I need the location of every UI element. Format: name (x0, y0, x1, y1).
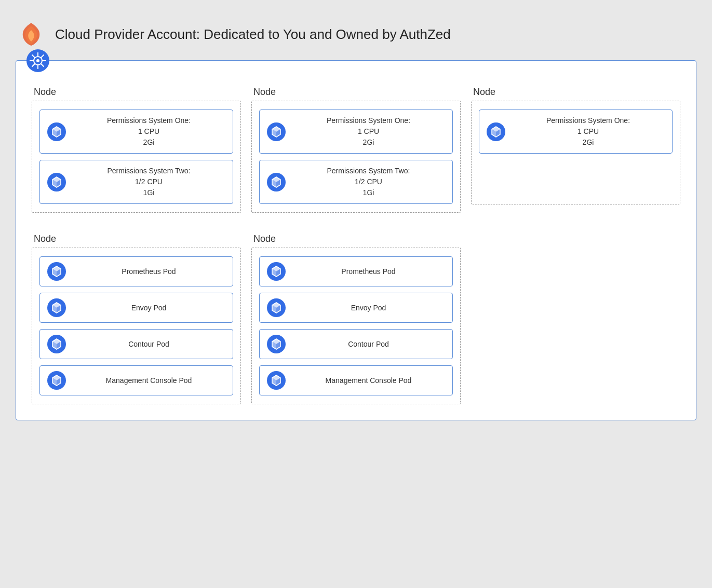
permissions-system-one-pod-2-text: Permissions System One:1 CPU2Gi (292, 115, 445, 148)
svg-point-3 (36, 59, 39, 62)
node-2: Node Permissions System One:1 CPU2Gi (251, 81, 461, 213)
page-title: Cloud Provider Account: Dedicated to You… (55, 26, 451, 43)
node-3: Node Permissions System One:1 CPU2Gi (471, 81, 680, 213)
pod-cube-icon-2 (47, 173, 66, 192)
main-cluster-container: Node Permissions System One:1 CPU2Gi (16, 60, 696, 420)
permissions-system-one-pod-1: Permissions System One:1 CPU2Gi (39, 110, 233, 154)
permissions-system-one-pod-1-text: Permissions System One:1 CPU2Gi (72, 115, 225, 148)
envoy-pod-1: Envoy Pod (39, 293, 233, 323)
node-3-empty (479, 160, 673, 196)
node-6-empty (471, 228, 680, 404)
node-5-box: Prometheus Pod Envoy Pod (251, 248, 461, 404)
prometheus-pod-2: Prometheus Pod (259, 256, 453, 286)
node-3-box: Permissions System One:1 CPU2Gi (471, 101, 680, 204)
node-2-box: Permissions System One:1 CPU2Gi Permissi… (251, 101, 461, 213)
pod-cube-icon-6 (47, 262, 66, 281)
pod-cube-icon-3 (267, 122, 286, 141)
permissions-system-one-pod-3: Permissions System One:1 CPU2Gi (479, 110, 673, 154)
prometheus-pod-1-text: Prometheus Pod (72, 266, 225, 277)
envoy-pod-1-text: Envoy Pod (72, 303, 225, 313)
prometheus-pod-1: Prometheus Pod (39, 256, 233, 286)
bottom-nodes-grid: Node Prometheus Pod (32, 228, 680, 404)
pod-cube-icon-9 (47, 371, 66, 390)
pod-cube-icon-12 (267, 335, 286, 353)
contour-pod-1-text: Contour Pod (72, 339, 225, 350)
node-1: Node Permissions System One:1 CPU2Gi (32, 81, 241, 213)
envoy-pod-2-text: Envoy Pod (292, 303, 445, 313)
pod-cube-icon-5 (487, 122, 505, 141)
pod-cube-icon-11 (267, 298, 286, 317)
top-nodes-grid: Node Permissions System One:1 CPU2Gi (32, 81, 680, 213)
pod-cube-icon-4 (267, 173, 286, 192)
permissions-system-two-pod-2-text: Permissions System Two:1/2 CPU1Gi (292, 166, 445, 198)
node-4-label: Node (32, 234, 241, 244)
contour-pod-1: Contour Pod (39, 329, 233, 359)
contour-pod-2: Contour Pod (259, 329, 453, 359)
management-console-pod-2-text: Management Console Pod (292, 375, 445, 386)
management-console-pod-1-text: Management Console Pod (72, 375, 225, 386)
node-2-label: Node (251, 87, 461, 98)
authzed-logo (16, 19, 47, 50)
management-console-pod-1: Management Console Pod (39, 365, 233, 395)
envoy-pod-2: Envoy Pod (259, 293, 453, 323)
management-console-pod-2: Management Console Pod (259, 365, 453, 395)
contour-pod-2-text: Contour Pod (292, 339, 445, 350)
pod-cube-icon-8 (47, 335, 66, 353)
page: Cloud Provider Account: Dedicated to You… (0, 0, 712, 431)
node-4: Node Prometheus Pod (32, 228, 241, 404)
permissions-system-two-pod-2: Permissions System Two:1/2 CPU1Gi (259, 160, 453, 204)
permissions-system-two-pod-1: Permissions System Two:1/2 CPU1Gi (39, 160, 233, 204)
permissions-system-one-pod-3-text: Permissions System One:1 CPU2Gi (512, 115, 665, 148)
prometheus-pod-2-text: Prometheus Pod (292, 266, 445, 277)
pod-cube-icon-10 (267, 262, 286, 281)
pod-cube-icon-7 (47, 298, 66, 317)
node-1-label: Node (32, 87, 241, 98)
node-5-label: Node (251, 234, 461, 244)
pod-cube-icon-13 (267, 371, 286, 390)
header: Cloud Provider Account: Dedicated to You… (10, 10, 702, 60)
node-3-label: Node (471, 87, 680, 98)
node-1-box: Permissions System One:1 CPU2Gi Permissi… (32, 101, 241, 213)
pod-cube-icon (47, 122, 66, 141)
node-5: Node Prometheus Pod (251, 228, 461, 404)
kubernetes-icon (26, 49, 49, 72)
permissions-system-one-pod-2: Permissions System One:1 CPU2Gi (259, 110, 453, 154)
permissions-system-two-pod-1-text: Permissions System Two:1/2 CPU1Gi (72, 166, 225, 198)
node-4-box: Prometheus Pod Envoy Pod (32, 248, 241, 404)
